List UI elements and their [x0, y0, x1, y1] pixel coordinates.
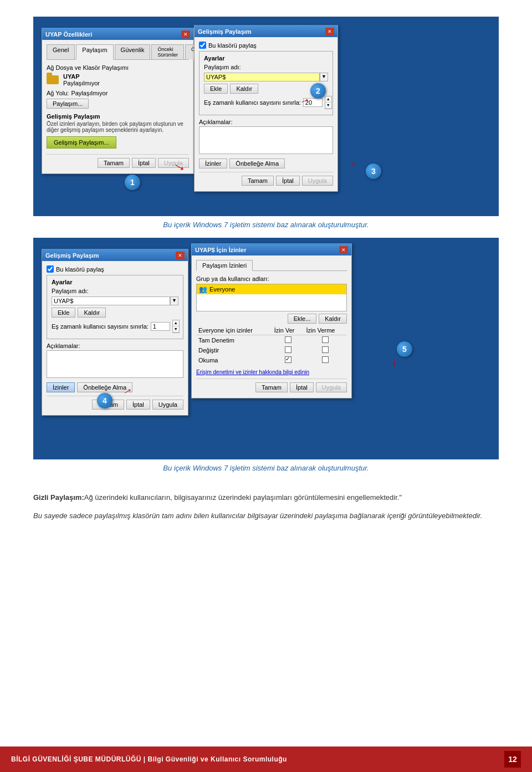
d3-es-zamanli-label: Eş zamanlı kullanıcı sayısını sınırla: — [52, 323, 149, 330]
tab-paylasim-izinleri[interactable]: Paylaşım İzinleri — [196, 260, 253, 271]
intro-text: Ağ üzerindeki kullanıcıların, bilgisayar… — [84, 493, 402, 502]
d2-tamam-button[interactable]: Tamam — [242, 176, 274, 186]
dialog4-close-icon[interactable]: ✕ — [339, 246, 348, 254]
screenshot2-area: Gelişmiş Paylaşım ✕ Bu klasörü paylaş Ay… — [33, 238, 499, 459]
d2-iptal-button[interactable]: İptal — [276, 176, 300, 186]
gelismis-btn-row: Gelişmiş Paylaşım... — [47, 136, 189, 149]
tab-guvenlik[interactable]: Güvenlik — [115, 44, 151, 59]
dialog1-title: UYAP Özellikleri — [45, 31, 92, 38]
izinler-dialog: UYAP$ İçin İzinler ✕ Paylaşım İzinleri G… — [191, 243, 352, 398]
dialog1-titlebar: UYAP Özellikleri ✕ — [42, 29, 193, 40]
page-footer: BİLGİ GÜVENLİĞİ ŞUBE MÜDÜRLÜĞÜ | Bilgi G… — [0, 747, 532, 772]
perm-row-0: Tam Denetim — [196, 335, 347, 346]
tab-genel[interactable]: Genel — [47, 44, 75, 59]
dialog3-title: Gelişmiş Paylaşım — [45, 252, 99, 259]
d3-izinler-button[interactable]: İzinler — [47, 382, 75, 392]
step2-circle: 2 — [310, 83, 326, 99]
izinler-kaldir-button[interactable]: Kaldır — [319, 314, 347, 324]
erişim-link[interactable]: Erişim denetimi ve izinler hakkında bilg… — [196, 369, 309, 375]
izinler-uygula-button[interactable]: Uygula — [316, 382, 347, 392]
perm-deny-2[interactable] — [304, 355, 347, 365]
d2-uygula-button[interactable]: Uygula — [302, 176, 333, 186]
spinner-icon[interactable]: ▲▼ — [325, 96, 332, 109]
d3-spinner-icon[interactable]: ▲▼ — [172, 320, 180, 333]
group-listbox[interactable]: 👥 Everyone — [196, 284, 347, 311]
paylasim-adi-row: Paylaşım adı: — [204, 64, 328, 70]
paylasim-adi-input[interactable]: UYAP$ — [204, 73, 320, 81]
perm-row-2: Okuma — [196, 355, 347, 365]
d3-aciklamalar-textarea[interactable] — [47, 350, 183, 378]
paylasim-button[interactable]: Paylaşım... — [47, 99, 89, 109]
perm-allow-1[interactable] — [272, 345, 304, 355]
izinler-ekle-row: Ekle... Kaldır — [196, 314, 347, 324]
close-icon[interactable]: ✕ — [181, 30, 190, 38]
d3-paylasim-input[interactable]: UYAP$ — [52, 296, 170, 305]
perm-name-2: Okuma — [196, 355, 272, 365]
step4-circle: 4 — [97, 393, 112, 408]
user-group-icon: 👥 — [199, 285, 207, 293]
dialog3-controls: ✕ — [176, 252, 185, 259]
ag-yolu-row: Ağ Yolu: Paylaşılmıyor — [47, 90, 189, 96]
dialog4-title: UYAP$ İçin İzinler — [195, 247, 247, 253]
d3-uygula-button[interactable]: Uygula — [152, 400, 183, 410]
es-zamanli-label: Eş zamanlı kullanıcı sayısını sınırla: — [204, 99, 301, 106]
link-row: Erişim denetimi ve izinler hakkında bilg… — [196, 369, 347, 375]
d3-kaldir-button[interactable]: Kaldır — [78, 308, 106, 318]
izinler-button[interactable]: İzinler — [199, 159, 227, 168]
folder-icon — [47, 75, 59, 84]
perm-row-1: Değiştir — [196, 345, 347, 355]
dialog1-footer: Tamam İptal Uygula — [47, 154, 189, 169]
dialog2-close-icon[interactable]: ✕ — [325, 28, 334, 35]
uyap-ozellikler-dialog: UYAP Özellikleri ✕ Genel Paylaşım Güvenl… — [42, 28, 194, 174]
izinler-iptal-button[interactable]: İptal — [290, 382, 314, 392]
gelismis-button[interactable]: Gelişmiş Paylaşım... — [47, 136, 116, 149]
perm-deny-0[interactable] — [304, 335, 347, 346]
dialog2-title: Gelişmiş Paylaşım — [198, 28, 252, 35]
d3-ekle-button[interactable]: Ekle — [52, 308, 75, 318]
caption2: Bu içerik Windows 7 işletim sistemi baz … — [33, 464, 499, 472]
dialog3-close-icon[interactable]: ✕ — [176, 252, 185, 259]
izinler-ekle-button[interactable]: Ekle... — [288, 314, 317, 324]
dialog4-titlebar: UYAP$ İçin İzinler ✕ — [192, 244, 351, 255]
perm-deny-1[interactable] — [304, 345, 347, 355]
d3-es-zamanli-input[interactable]: 1 — [151, 322, 170, 331]
gelismis-label: Gelişmiş Paylaşım — [47, 113, 189, 120]
footer-right: 12 — [504, 751, 521, 768]
dialog3-titlebar: Gelişmiş Paylaşım ✕ — [42, 250, 188, 261]
d3-share-checkbox[interactable] — [47, 265, 54, 273]
dialog2-footer: Tamam İptal Uygula — [199, 172, 333, 187]
dialog2-titlebar: Gelişmiş Paylaşım ✕ — [195, 26, 337, 37]
d3-dropdown-icon[interactable]: ▼ — [170, 296, 178, 305]
perm-allow-0[interactable] — [272, 335, 304, 346]
kaldir-button[interactable]: Kaldır — [230, 84, 258, 94]
tab-paylasim[interactable]: Paylaşım — [76, 44, 113, 60]
iptal-button[interactable]: İptal — [132, 158, 156, 168]
gelismis-desc: Özel izinleri ayarlayın, birden çok payl… — [47, 121, 189, 133]
step5-circle: 5 — [397, 341, 412, 357]
d3-paylasim-adi-row: Paylaşım adı: — [52, 288, 178, 294]
dialog2-controls: ✕ — [325, 28, 334, 35]
ekle-button[interactable]: Ekle — [204, 84, 228, 94]
body-paragraph: Bu sayede sadece paylaşılmış klasörün ta… — [33, 510, 499, 522]
tamam-button[interactable]: Tamam — [98, 158, 130, 168]
d3-iptal-button[interactable]: İptal — [126, 400, 150, 410]
aciklamalar-textarea[interactable] — [199, 126, 333, 154]
everyone-item[interactable]: 👥 Everyone — [197, 284, 346, 294]
arrow5: ↓ — [391, 355, 397, 368]
perm-deny-col: İzin Verme — [304, 326, 347, 335]
title-controls: ✕ — [181, 30, 190, 38]
dialog4-body: Paylaşım İzinleri Grup ya da kullanıcı a… — [192, 255, 351, 398]
perm-allow-2[interactable] — [272, 355, 304, 365]
tab-onceki[interactable]: Önceki Sürümler — [151, 44, 184, 59]
izinler-tamam-button[interactable]: Tamam — [255, 382, 288, 392]
paylasim-btn-row: Paylaşım... — [47, 99, 189, 109]
perm-name-col: Everyone için izinler — [196, 326, 272, 335]
dropdown-arrow-icon[interactable]: ▼ — [320, 73, 328, 81]
dialog3-body: Bu klasörü paylaş Ayarlar Paylaşım adı: … — [42, 261, 188, 415]
aciklamalar-label: Açıklamalar: — [199, 119, 333, 125]
intro-paragraph: Gizli Paylaşım:Ağ üzerindeki kullanıcıla… — [33, 492, 499, 504]
checkbox-row: Bu klasörü paylaş — [199, 42, 333, 49]
text-section: Gizli Paylaşım:Ağ üzerindeki kullanıcıla… — [0, 481, 532, 540]
onbellek-button[interactable]: Önbelleğe Alma — [229, 159, 285, 168]
share-checkbox[interactable] — [199, 42, 206, 49]
